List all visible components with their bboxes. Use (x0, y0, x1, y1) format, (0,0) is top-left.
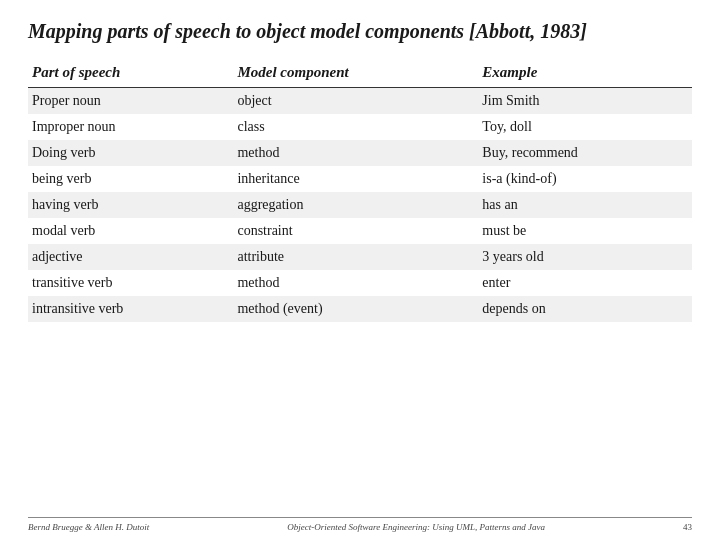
footer: Bernd Bruegge & Allen H. Dutoit Object-O… (28, 517, 692, 532)
table-cell: constraint (233, 218, 478, 244)
table-wrapper: Part of speech Model component Example P… (28, 60, 692, 322)
table-cell: aggregation (233, 192, 478, 218)
table-cell: Jim Smith (478, 88, 692, 115)
table-cell: Proper noun (28, 88, 233, 115)
footer-left: Bernd Bruegge & Allen H. Dutoit (28, 522, 149, 532)
table-cell: is-a (kind-of) (478, 166, 692, 192)
table-cell: method (event) (233, 296, 478, 322)
table-cell: attribute (233, 244, 478, 270)
header-row: Part of speech Model component Example (28, 60, 692, 88)
table-cell: being verb (28, 166, 233, 192)
table-cell: has an (478, 192, 692, 218)
col-header-part-of-speech: Part of speech (28, 60, 233, 88)
table-cell: having verb (28, 192, 233, 218)
table-cell: Toy, doll (478, 114, 692, 140)
table-cell: object (233, 88, 478, 115)
table-row: Improper nounclassToy, doll (28, 114, 692, 140)
table-row: transitive verbmethodenter (28, 270, 692, 296)
table-cell: Improper noun (28, 114, 233, 140)
table-cell: intransitive verb (28, 296, 233, 322)
table-cell: method (233, 270, 478, 296)
table-row: intransitive verbmethod (event)depends o… (28, 296, 692, 322)
col-header-model-component: Model component (233, 60, 478, 88)
table-cell: Doing verb (28, 140, 233, 166)
footer-center: Object-Oriented Software Engineering: Us… (287, 522, 545, 532)
table-cell: enter (478, 270, 692, 296)
page-title: Mapping parts of speech to object model … (28, 18, 692, 44)
table-cell: class (233, 114, 478, 140)
table-cell: must be (478, 218, 692, 244)
table-row: adjectiveattribute3 years old (28, 244, 692, 270)
table-cell: inheritance (233, 166, 478, 192)
footer-right: 43 (683, 522, 692, 532)
table-cell: 3 years old (478, 244, 692, 270)
table-row: Proper nounobjectJim Smith (28, 88, 692, 115)
table-cell: method (233, 140, 478, 166)
table-row: being verbinheritanceis-a (kind-of) (28, 166, 692, 192)
mapping-table: Part of speech Model component Example P… (28, 60, 692, 322)
table-cell: adjective (28, 244, 233, 270)
col-header-example: Example (478, 60, 692, 88)
table-cell: Buy, recommend (478, 140, 692, 166)
table-row: having verbaggregationhas an (28, 192, 692, 218)
table-cell: transitive verb (28, 270, 233, 296)
table-cell: modal verb (28, 218, 233, 244)
table-header: Part of speech Model component Example (28, 60, 692, 88)
table-cell: depends on (478, 296, 692, 322)
page: Mapping parts of speech to object model … (0, 0, 720, 540)
table-body: Proper nounobjectJim SmithImproper nounc… (28, 88, 692, 323)
table-row: modal verbconstraintmust be (28, 218, 692, 244)
table-row: Doing verbmethodBuy, recommend (28, 140, 692, 166)
